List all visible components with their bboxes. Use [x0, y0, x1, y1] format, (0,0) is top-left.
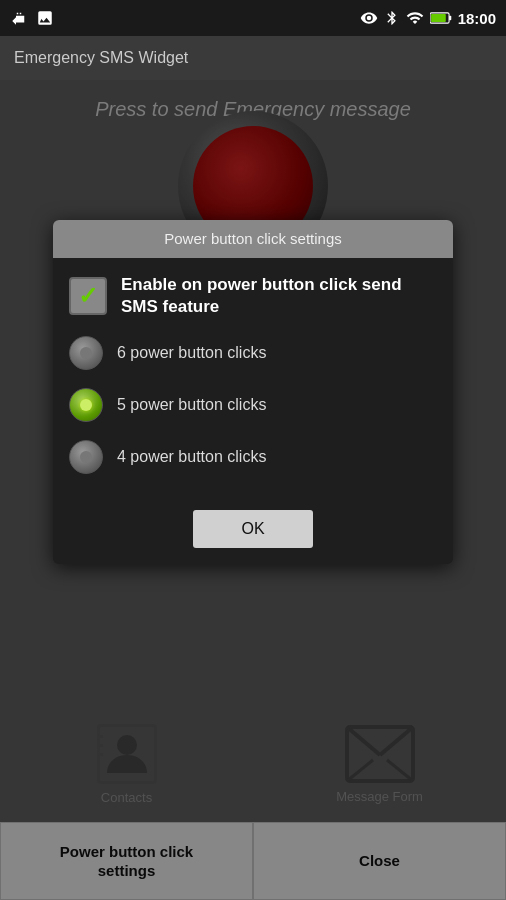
dialog-overlay: Power button click settings ✓ Enable on … — [0, 80, 506, 900]
ok-button[interactable]: OK — [193, 510, 312, 548]
battery-icon — [430, 11, 452, 25]
usb-icon — [10, 9, 28, 27]
status-right-icons: 18:00 — [360, 9, 496, 27]
dialog-buttons: OK — [53, 498, 453, 564]
app-bar: Emergency SMS Widget — [0, 36, 506, 80]
status-bar: 18:00 — [0, 0, 506, 36]
checkbox-label: Enable on power button click send SMS fe… — [121, 274, 437, 318]
radio-5-inner — [80, 399, 92, 411]
checkmark-icon: ✓ — [78, 284, 98, 308]
enable-checkbox[interactable]: ✓ — [69, 277, 107, 315]
dialog-title: Power button click settings — [164, 230, 342, 247]
svg-rect-2 — [431, 14, 446, 22]
image-icon — [36, 9, 54, 27]
dialog: Power button click settings ✓ Enable on … — [53, 220, 453, 564]
radio-6-button[interactable] — [69, 336, 103, 370]
radio-6-label: 6 power button clicks — [117, 344, 266, 362]
svg-rect-1 — [449, 16, 451, 20]
checkbox-row[interactable]: ✓ Enable on power button click send SMS … — [69, 274, 437, 318]
dialog-title-bar: Power button click settings — [53, 220, 453, 258]
status-left-icons — [10, 9, 54, 27]
radio-4-button[interactable] — [69, 440, 103, 474]
radio-4-label: 4 power button clicks — [117, 448, 266, 466]
radio-row-5[interactable]: 5 power button clicks — [69, 386, 437, 424]
time-display: 18:00 — [458, 10, 496, 27]
radio-6-inner — [80, 347, 92, 359]
bluetooth-icon — [384, 9, 400, 27]
radio-5-label: 5 power button clicks — [117, 396, 266, 414]
signal-icon — [406, 9, 424, 27]
radio-5-button[interactable] — [69, 388, 103, 422]
eye-icon — [360, 9, 378, 27]
app-title: Emergency SMS Widget — [14, 49, 188, 67]
dialog-body: ✓ Enable on power button click send SMS … — [53, 258, 453, 498]
radio-4-inner — [80, 451, 92, 463]
radio-row-4[interactable]: 4 power button clicks — [69, 438, 437, 476]
main-content: Press to send Emergency message Co — [0, 80, 506, 900]
radio-row-6[interactable]: 6 power button clicks — [69, 334, 437, 372]
